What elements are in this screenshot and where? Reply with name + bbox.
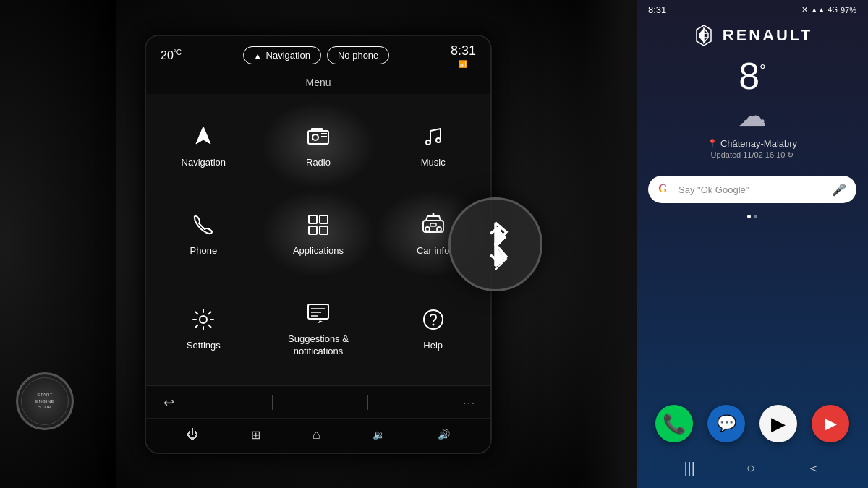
phone-button-label: No phone (338, 50, 378, 61)
weather-updated-text: Updated 11/02 16:10 (711, 150, 786, 159)
volume-down-button[interactable]: 🔉 (370, 426, 388, 443)
nav-gestures-bar: ||| ○ ＜ (637, 451, 868, 488)
applications-icon (305, 212, 331, 238)
svg-rect-11 (320, 226, 328, 234)
menu-item-music[interactable]: Music (375, 101, 490, 189)
location-pin-icon: 📍 (707, 139, 718, 148)
renault-header: RENAULT (637, 18, 868, 50)
weather-section: 8° ☁ 📍 Châtenay-Malabry Updated 11/02 16… (637, 50, 868, 166)
bottom-bar-1: ↩ ··· (146, 385, 490, 418)
svg-point-17 (432, 213, 434, 215)
menu-label: Menu (146, 74, 490, 94)
app-icon-phone[interactable]: 📞 (655, 405, 693, 442)
phone-button[interactable]: No phone (327, 46, 389, 64)
back-button[interactable]: ↩ (161, 392, 177, 414)
search-placeholder: Say "Ok Google" (678, 184, 826, 195)
car-section: START ENGINE STOP 20°C ▲ Navigation No p… (0, 0, 637, 488)
power-button[interactable]: ⏻ (184, 425, 201, 444)
divider-right (367, 395, 368, 410)
recents-gesture-button[interactable]: ＜ (807, 458, 821, 478)
weather-updated: Updated 11/02 16:10 ↻ (711, 150, 794, 160)
signal-icon: 📶 (459, 60, 467, 68)
divider-left (272, 395, 273, 410)
navigation-button[interactable]: ▲ Navigation (243, 46, 321, 64)
svg-rect-10 (309, 226, 317, 234)
svg-rect-15 (430, 223, 436, 226)
home-button[interactable]: ⌂ (310, 424, 323, 445)
status-bar: 8:31 ✕ ▲▲ 4G 97% (637, 0, 868, 18)
svg-point-6 (426, 140, 430, 145)
youtube-icon: ▶ (825, 414, 837, 433)
music-icon (420, 124, 446, 150)
time-display: 8:31 📶 (451, 43, 476, 68)
svg-marker-28 (699, 28, 704, 43)
menu-item-phone[interactable]: Phone (146, 189, 261, 278)
app-icons-row: 📞 💬 ▶ ▶ (637, 399, 868, 451)
nav-arrow-icon: ▲ (254, 51, 262, 60)
phone-section: 8:31 ✕ ▲▲ 4G 97% RENAULT 8° ☁ 📍 Châtenay… (637, 0, 868, 488)
more-options-button[interactable]: ··· (463, 397, 476, 408)
renault-brand-text: RENAULT (723, 26, 812, 45)
svg-marker-29 (704, 28, 708, 43)
applications-label: Applications (293, 245, 344, 257)
music-label: Music (421, 157, 446, 169)
bluetooth-overlay (448, 197, 542, 291)
temperature-display: 20°C (161, 48, 182, 62)
menu-item-settings[interactable]: Settings (146, 278, 261, 378)
mic-icon[interactable]: 🎤 (832, 183, 846, 197)
phone-icon (190, 212, 216, 238)
back-gesture-button[interactable]: ||| (684, 460, 695, 476)
home-gesture-button[interactable]: ○ (746, 460, 755, 476)
renault-logo-icon (692, 24, 715, 47)
svg-point-14 (437, 227, 441, 231)
app-icon-youtube[interactable]: ▶ (812, 405, 849, 442)
svg-point-7 (436, 138, 441, 142)
engine-start-button[interactable]: START ENGINE STOP (16, 372, 74, 430)
navigation-label: Navigation (182, 157, 226, 169)
refresh-icon[interactable]: ↻ (787, 150, 793, 159)
svg-point-2 (312, 134, 318, 140)
temp-unit: °C (174, 48, 182, 56)
play-store-icon: ▶ (771, 413, 786, 435)
app-icon-messages[interactable]: 💬 (707, 405, 745, 442)
menu-item-radio[interactable]: Radio (261, 101, 376, 189)
status-icons: ✕ ▲▲ 4G 97% (801, 5, 856, 14)
weather-city: Châtenay-Malabry (720, 138, 797, 149)
svg-rect-19 (308, 304, 328, 319)
menu-item-help[interactable]: Help (375, 278, 490, 378)
search-bar[interactable]: G Say "Ok Google" 🎤 (648, 176, 856, 203)
signal-strength-icon: ▲▲ (811, 6, 825, 14)
phone-time: 8:31 (648, 4, 666, 15)
menu-item-navigation[interactable]: Navigation (146, 101, 261, 189)
grid-button[interactable]: ⊞ (248, 425, 263, 445)
menu-item-suggestions[interactable]: Suggestions & notifications (261, 278, 376, 378)
weather-temp-unit: ° (760, 61, 766, 80)
svg-marker-0 (196, 127, 210, 144)
google-icon: G (658, 182, 673, 197)
page-dot-1 (747, 215, 751, 218)
page-dot-2 (754, 215, 757, 218)
temp-value: 20 (161, 49, 174, 61)
suggestions-icon (305, 300, 331, 326)
app-icon-play-store[interactable]: ▶ (760, 405, 797, 442)
weather-cloud-icon: ☁ (738, 99, 767, 132)
svg-rect-9 (320, 215, 328, 223)
radio-label: Radio (306, 157, 331, 169)
menu-item-applications[interactable]: Applications (261, 189, 376, 278)
screen-top-bar: 20°C ▲ Navigation No phone 8:31 📶 (146, 36, 490, 74)
nav-buttons: ▲ Navigation No phone (243, 46, 390, 64)
mute-icon: ✕ (801, 5, 808, 14)
car-screen: 20°C ▲ Navigation No phone 8:31 📶 (145, 35, 492, 454)
help-label: Help (423, 340, 443, 352)
car-info-icon (420, 212, 446, 238)
navigation-icon (190, 124, 216, 150)
settings-label: Settings (187, 340, 221, 352)
weather-temperature: 8° (739, 57, 766, 95)
volume-up-button[interactable]: 🔊 (435, 426, 453, 443)
weather-location: 📍 Châtenay-Malabry (707, 138, 797, 149)
network-type-icon: 4G (828, 6, 838, 14)
radio-icon (305, 124, 331, 150)
svg-rect-5 (311, 128, 323, 131)
svg-rect-8 (309, 215, 317, 223)
svg-point-24 (432, 323, 434, 325)
